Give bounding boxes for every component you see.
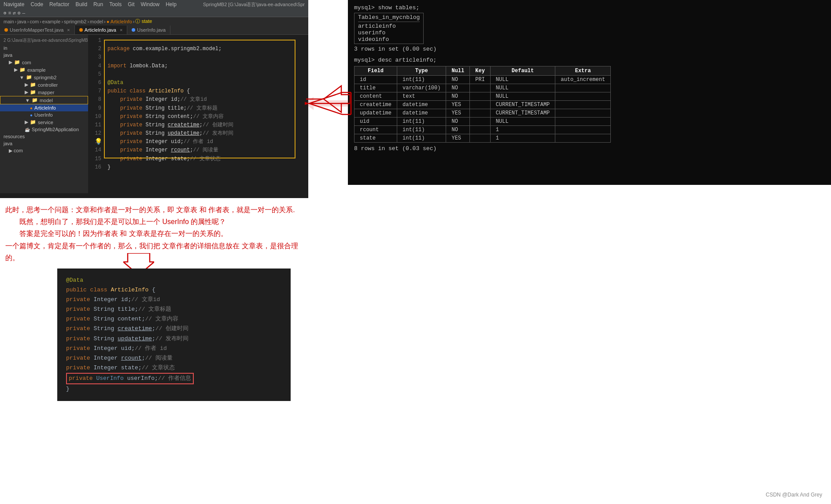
toolbar-icon-2[interactable]: ≡ [8,11,11,16]
explanation-line1: 此时，思考一个问题：文章和作者是一对一的关系，即 文章表 和 作者表，就是一对一… [5,204,303,216]
tab-close-1[interactable]: × [67,27,70,33]
tree-mapper[interactable]: ▶ 📁 mapper [0,88,88,96]
ide-title: SpringMB2 [G:\Java语言\java-ee-advanced\Sp… [203,1,305,8]
tree-springmb2[interactable]: ▼ 📁 springmb2 [0,74,88,81]
tab-userinfo[interactable]: UserInfo.java [127,26,170,34]
table-cell: text [397,92,446,101]
table-cell: YES [446,109,470,118]
explanation-line4: 一个篇博文，肯定是有一个作者的，那么，我们把 文章作者的详细信息放在 文章表，是… [5,240,303,264]
table-cell: uid [355,118,397,126]
table-cell [555,134,611,143]
mysql-panel: mysql> show tables; Tables_in_mycnblog a… [348,0,831,185]
tree-example[interactable]: ▶ 📁 example [0,66,88,74]
table-cell: createtime [355,101,397,109]
table-cell: NO [446,84,470,92]
menu-code[interactable]: Code [30,1,43,8]
table-cell: NO [446,118,470,126]
table-cell: NO [446,92,470,101]
menu-window[interactable]: Window [140,1,159,8]
table-cell [470,118,491,126]
mysql-row-2: userinfo [358,29,420,36]
table-cell: state [355,134,397,143]
tree-resources[interactable]: resources [0,133,88,140]
table-cell [555,118,611,126]
explanation-text: 此时，思考一个问题：文章和作者是一对一的关系，即 文章表 和 作者表，就是一对一… [0,200,308,267]
tree-articleinfo[interactable]: ● ArticleInfo [0,104,88,111]
menu-build[interactable]: Build [75,1,87,8]
table-cell: title [355,84,397,92]
tree-java2[interactable]: java [0,140,88,147]
table-cell: NULL [490,76,555,84]
menu-help[interactable]: Help [166,1,177,8]
line-numbers: 1234 5678 9101112 13141516 [88,35,104,193]
table-cell: 1 [490,126,555,134]
ide-main: 2 G:\Java语言\java-ee-advanced\SpringMB2 i… [0,35,308,193]
explanation-line3: 答案是完全可以的！因为作者表 和 文章表是存在一对一的关系的。 [5,228,303,239]
table-cell [555,101,611,109]
col-default: Default [490,66,555,76]
tree-springmb2application[interactable]: ☕ SpringMb2Application [0,126,88,133]
table-cell [555,84,611,92]
table-cell: int(11) [397,126,446,134]
table-cell: varchar(100) [397,84,446,92]
table-cell: int(11) [397,118,446,126]
tree-userinfo[interactable]: ● UserInfo [0,111,88,118]
tab-userinfomappertest[interactable]: UserInfoMapperTest.java × [0,26,75,34]
breadcrumb-springmb2[interactable]: springmb2 [64,19,86,24]
tree-com2[interactable]: ▶ com [0,147,88,155]
arrow-ide-to-mysql [306,81,350,117]
menu-git[interactable]: Git [128,1,134,8]
table-cell: CURRENT_TIMESTAMP [490,109,555,118]
ide-code-area[interactable]: 1234 5678 9101112 13141516 package com.e… [88,35,308,193]
breadcrumb-articleinfo[interactable]: ● ArticleInfo [107,19,132,24]
tree-in[interactable]: in [0,44,88,52]
tree-root-label: 2 G:\Java语言\java-ee-advanced\SpringMB2 [0,37,88,44]
toolbar-icon-1[interactable]: ⊕ [4,10,7,16]
explanation-line2: 既然，想明白了，那我们是不是可以加上一个 UserInfo 的属性呢？ [5,216,303,228]
table-cell: 1 [490,134,555,143]
ide-menubar[interactable]: Navigate Code Refactor Build Run Tools G… [0,0,308,9]
menu-navigate[interactable]: Navigate [4,1,24,8]
ide-sidebar: 2 G:\Java语言\java-ee-advanced\SpringMB2 i… [0,35,88,193]
breadcrumb-java[interactable]: java [18,19,26,24]
table-cell: NULL [490,92,555,101]
breadcrumb-main[interactable]: main [4,19,14,24]
table-cell: id [355,76,397,84]
col-type: Type [397,66,446,76]
col-field: Field [355,66,397,76]
menu-refactor[interactable]: Refactor [49,1,69,8]
table-cell: int(11) [397,76,446,84]
ide-tabs: UserInfoMapperTest.java × ArticleInfo.ja… [0,26,308,35]
ide-panel: Navigate Code Refactor Build Run Tools G… [0,0,308,198]
menu-tools[interactable]: Tools [109,1,122,8]
menu-run[interactable]: Run [93,1,103,8]
tab-close-2[interactable]: × [120,27,122,33]
breadcrumb-model[interactable]: model [90,19,103,24]
breadcrumb-com[interactable]: com [30,19,39,24]
tree-com[interactable]: ▶ 📁 com [0,59,88,66]
tree-model[interactable]: ▼ 📁 model [0,96,88,104]
mysql-table-header: Tables_in_mycnblog [358,14,420,21]
table-cell [470,126,491,134]
toolbar-icon-5[interactable]: — [22,11,25,16]
toolbar-icon-4[interactable]: ⚙ [18,10,21,16]
table-cell: NULL [490,118,555,126]
breadcrumb-state[interactable]: ⓘ state [135,18,152,25]
table-cell: CURRENT_TIMESTAMP [490,101,555,109]
code-content[interactable]: package com.example.springmb2.model; imp… [104,35,308,193]
breadcrumb-example[interactable]: example [42,19,61,24]
table-cell [555,92,611,101]
mysql-row-3: videoinfo [358,36,420,43]
bulb-icon[interactable]: 💡 [95,138,102,145]
table-cell [470,109,491,118]
table-cell: NO [446,126,470,134]
table-cell [470,92,491,101]
table-cell: int(11) [397,134,446,143]
toolbar-icon-3[interactable]: ⇄ [13,10,16,16]
tree-controller[interactable]: ▶ 📁 controller [0,81,88,88]
tree-service[interactable]: ▶ 📁 service [0,118,88,126]
tab-articleinfo[interactable]: ArticleInfo.java × [75,26,128,34]
tree-java[interactable]: java [0,52,88,59]
table-cell: PRI [470,76,491,84]
table-cell: auto_increment [555,76,611,84]
